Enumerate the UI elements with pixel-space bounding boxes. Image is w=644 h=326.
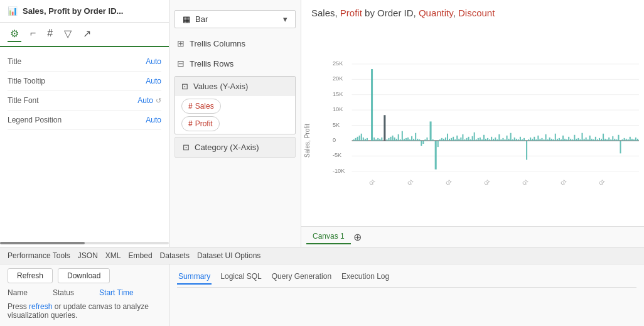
svg-rect-58 <box>441 138 443 141</box>
svg-text:Q1: Q1 <box>522 178 529 186</box>
chart-svg: 25K 20K 15K 10K 5K 0 -5K -10K <box>333 26 639 224</box>
embed-tab[interactable]: Embed <box>129 251 153 260</box>
svg-rect-28 <box>379 139 380 141</box>
svg-rect-153 <box>624 138 625 141</box>
title-font-prop-row: Title Font Auto ↺ <box>8 91 161 111</box>
svg-rect-46 <box>415 133 416 141</box>
execution-log-tab[interactable]: Execution Log <box>340 269 390 285</box>
svg-text:Q1: Q1 <box>483 178 491 186</box>
title-tooltip-prop-row: Title Tooltip Auto <box>8 72 161 91</box>
svg-rect-132 <box>584 139 585 141</box>
svg-rect-39 <box>402 131 403 141</box>
trellis-rows-label: Trellis Rows <box>190 59 233 68</box>
gear-tab-icon[interactable]: ⚙ <box>8 26 21 42</box>
svg-rect-36 <box>396 139 397 141</box>
hash-tab-icon[interactable]: # <box>45 26 55 42</box>
svg-rect-91 <box>504 139 505 141</box>
category-label: Category (X-Axis) <box>195 143 259 152</box>
svg-rect-52 <box>426 138 427 141</box>
sales-hash-icon: # <box>188 102 193 111</box>
status-column: Status <box>53 288 74 297</box>
corner-tab-icon[interactable]: ⌐ <box>28 26 38 42</box>
svg-rect-17 <box>355 138 357 141</box>
svg-rect-69 <box>462 134 463 141</box>
svg-rect-154 <box>626 139 627 141</box>
svg-rect-101 <box>523 138 525 141</box>
scrollbar-thumb[interactable] <box>0 242 85 244</box>
svg-text:15K: 15K <box>333 91 343 97</box>
bottom-left: Refresh Download Name Status Start Time … <box>0 264 169 326</box>
scrollbar-track[interactable] <box>0 242 169 244</box>
refresh-button[interactable]: Refresh <box>8 268 53 283</box>
query-generation-tab[interactable]: Query Generation <box>271 269 333 285</box>
svg-rect-66 <box>456 136 458 141</box>
svg-rect-51 <box>424 139 426 141</box>
bar-chart-icon: ▦ <box>183 14 190 24</box>
column-headers: Name Status Start Time <box>8 286 161 300</box>
json-tab[interactable]: JSON <box>78 251 98 260</box>
bottom-toolbar: Performance Tools JSON XML Embed Dataset… <box>0 247 644 264</box>
svg-rect-30 <box>384 115 385 141</box>
svg-rect-75 <box>474 133 475 141</box>
svg-rect-70 <box>464 139 465 141</box>
download-button[interactable]: Download <box>58 268 110 283</box>
svg-rect-137 <box>593 139 594 141</box>
mid-panel: ▦ Bar ▾ ⊞ Trellis Columns ⊟ Trellis Rows… <box>169 0 301 247</box>
logical-sql-tab[interactable]: Logical SQL <box>219 269 262 285</box>
profit-highlight: Profit <box>340 8 362 18</box>
trellis-rows-item[interactable]: ⊟ Trellis Rows <box>169 53 301 73</box>
xml-tab[interactable]: XML <box>105 251 121 260</box>
performance-tools-tab[interactable]: Performance Tools <box>8 251 70 260</box>
title-value[interactable]: Auto <box>146 57 161 66</box>
svg-rect-84 <box>491 137 492 141</box>
svg-rect-82 <box>487 138 488 141</box>
properties-panel: Title Auto Title Tooltip Auto Title Font… <box>0 47 169 239</box>
svg-rect-109 <box>539 139 540 141</box>
trend-tab-icon[interactable]: ↗ <box>80 26 94 42</box>
svg-rect-18 <box>357 137 358 141</box>
title-tooltip-value[interactable]: Auto <box>146 77 161 85</box>
svg-rect-61 <box>447 134 448 141</box>
svg-rect-146 <box>610 139 611 141</box>
profit-pill[interactable]: # Profit <box>181 116 220 131</box>
svg-rect-144 <box>606 139 608 141</box>
values-header: ⊡ Values (Y-Axis) <box>175 77 295 96</box>
svg-rect-122 <box>564 139 566 141</box>
svg-rect-35 <box>394 138 395 141</box>
svg-rect-123 <box>566 139 567 141</box>
svg-rect-94 <box>510 133 512 141</box>
filter-tab-icon[interactable]: ▽ <box>62 26 74 42</box>
svg-rect-48 <box>419 139 420 141</box>
svg-rect-76 <box>476 139 477 141</box>
trellis-columns-item[interactable]: ⊞ Trellis Columns <box>169 33 301 53</box>
category-section[interactable]: ⊡ Category (X-Axis) <box>174 137 296 158</box>
dataset-ui-options-tab[interactable]: Dataset UI Options <box>197 251 260 260</box>
canvas-1-tab[interactable]: Canvas 1 <box>306 229 351 244</box>
summary-tab[interactable]: Summary <box>177 269 212 285</box>
svg-rect-97 <box>516 139 517 141</box>
svg-rect-40 <box>404 139 405 141</box>
chart-type-selector[interactable]: ▦ Bar ▾ <box>174 10 296 28</box>
name-column: Name <box>8 288 28 297</box>
svg-rect-41 <box>405 138 407 141</box>
svg-rect-68 <box>460 138 461 141</box>
sales-pill[interactable]: # Sales <box>181 99 221 114</box>
chart-area: Sales, Profit 25K 20K 15K 10K 5K 0 -5K -… <box>301 21 644 226</box>
bottom-panel: Performance Tools JSON XML Embed Dataset… <box>0 247 644 326</box>
svg-rect-155 <box>628 139 629 141</box>
title-font-value[interactable]: Auto ↺ <box>137 96 161 105</box>
category-icon: ⊡ <box>183 143 190 152</box>
svg-rect-25 <box>373 138 375 141</box>
start-time-column: Start Time <box>99 288 134 297</box>
svg-text:Q1: Q1 <box>368 178 376 186</box>
refresh-link[interactable]: refresh <box>29 302 52 311</box>
svg-text:5K: 5K <box>333 122 340 128</box>
svg-rect-32 <box>388 138 389 141</box>
datasets-tab[interactable]: Datasets <box>160 251 190 260</box>
add-canvas-button[interactable]: ⊕ <box>353 231 362 243</box>
bottom-message: Press refresh or update canvas to analyz… <box>8 300 161 322</box>
reset-icon[interactable]: ↺ <box>156 97 161 105</box>
svg-rect-140 <box>599 138 600 141</box>
svg-rect-87 <box>496 139 498 141</box>
legend-position-value[interactable]: Auto <box>146 116 161 124</box>
